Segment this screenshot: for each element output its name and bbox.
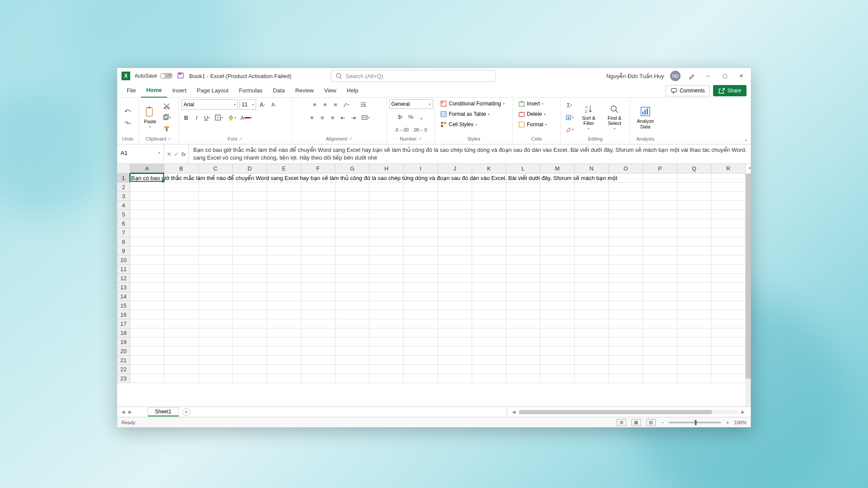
cell-R19[interactable] (711, 337, 746, 347)
increase-font-button[interactable]: A↑ (258, 99, 267, 110)
menu-view[interactable]: View (319, 84, 342, 98)
cell-O16[interactable] (609, 310, 643, 319)
cell-B2[interactable] (164, 183, 199, 192)
cell-C18[interactable] (199, 328, 233, 337)
cell-I16[interactable] (404, 310, 438, 319)
cell-C4[interactable] (199, 201, 233, 210)
cell-G2[interactable] (335, 183, 370, 192)
menu-home[interactable]: Home (141, 84, 167, 98)
cell-G4[interactable] (335, 201, 370, 210)
cell-I23[interactable] (404, 374, 438, 383)
cell-M9[interactable] (540, 246, 575, 255)
close-button[interactable]: ✕ (736, 71, 746, 81)
hscroll-left[interactable]: ◀ (510, 409, 517, 414)
cell-A8[interactable] (130, 237, 164, 246)
cell-B20[interactable] (164, 347, 199, 356)
cell-R4[interactable] (711, 201, 746, 210)
cell-F2[interactable] (301, 183, 335, 192)
row-header-7[interactable]: 7 (117, 228, 130, 237)
page-break-view-button[interactable]: ▤ (646, 419, 656, 426)
fx-label[interactable]: fx (181, 151, 186, 157)
cell-O7[interactable] (609, 228, 643, 237)
cell-B13[interactable] (164, 283, 199, 292)
cell-O8[interactable] (609, 237, 643, 246)
cell-J5[interactable] (438, 210, 472, 219)
cell-R8[interactable] (711, 237, 746, 246)
bold-button[interactable]: B (181, 112, 191, 123)
select-all-corner[interactable] (117, 164, 130, 174)
cell-M11[interactable] (540, 265, 575, 274)
fill-color-button[interactable]: ▾ (226, 112, 238, 123)
cell-F9[interactable] (301, 246, 335, 255)
cell-Q21[interactable] (677, 356, 712, 365)
cell-I17[interactable] (404, 319, 438, 328)
cell-E15[interactable] (267, 301, 301, 310)
align-center-button[interactable]: ≡ (318, 112, 327, 123)
cell-F7[interactable] (301, 228, 335, 237)
cell-P18[interactable] (643, 328, 677, 337)
cell-M2[interactable] (540, 183, 575, 192)
cell-O19[interactable] (609, 337, 643, 347)
clipboard-dialog-launcher[interactable]: ⤢ (168, 137, 171, 141)
cell-B17[interactable] (164, 319, 199, 328)
cell-J19[interactable] (438, 337, 472, 347)
cell-J15[interactable] (438, 301, 472, 310)
cell-D9[interactable] (233, 246, 267, 255)
font-size-select[interactable]: 11▾ (240, 99, 256, 110)
clear-button[interactable]: ▾ (563, 124, 575, 135)
formula-bar[interactable]: Bạn có bao giờ thắc mắc làm thế nào để c… (189, 144, 751, 164)
column-header-M[interactable]: M (540, 164, 575, 174)
cell-H5[interactable] (369, 210, 404, 219)
cell-Q16[interactable] (677, 310, 712, 319)
cell-A11[interactable] (130, 265, 164, 274)
cell-F12[interactable] (301, 274, 335, 283)
cell-P8[interactable] (643, 237, 677, 246)
cell-A18[interactable] (130, 328, 164, 337)
cell-E5[interactable] (267, 210, 301, 219)
cell-Q1[interactable] (677, 174, 712, 183)
add-sheet-button[interactable]: + (182, 408, 190, 416)
orientation-button[interactable]: ⤢▾ (341, 99, 351, 110)
row-header-3[interactable]: 3 (117, 192, 130, 201)
cell-E23[interactable] (267, 374, 301, 383)
cell-G20[interactable] (335, 347, 370, 356)
cell-Q5[interactable] (677, 210, 712, 219)
cell-M18[interactable] (540, 328, 575, 337)
cell-N9[interactable] (575, 246, 609, 255)
formula-expand-button[interactable]: ⌄ (743, 147, 747, 154)
cell-F21[interactable] (301, 356, 335, 365)
cell-I6[interactable] (404, 219, 438, 228)
cell-J22[interactable] (438, 365, 472, 374)
cell-C9[interactable] (199, 246, 233, 255)
cell-P15[interactable] (643, 301, 677, 310)
comma-format-button[interactable]: , (417, 111, 426, 122)
cell-K23[interactable] (472, 374, 506, 383)
cell-J9[interactable] (438, 246, 472, 255)
cell-Q19[interactable] (677, 337, 712, 347)
cell-D2[interactable] (233, 183, 267, 192)
cell-K16[interactable] (472, 310, 506, 319)
column-header-R[interactable]: R (711, 164, 746, 174)
cell-A3[interactable] (130, 192, 164, 201)
cell-A17[interactable] (130, 319, 164, 328)
cell-D17[interactable] (233, 319, 267, 328)
wrap-text-button[interactable] (358, 99, 368, 110)
horizontal-scroll-thumb[interactable] (519, 410, 712, 414)
cell-K7[interactable] (472, 228, 506, 237)
cell-Q12[interactable] (677, 274, 712, 283)
cell-G7[interactable] (335, 228, 370, 237)
cell-Q4[interactable] (677, 201, 712, 210)
cell-K4[interactable] (472, 201, 506, 210)
cell-D21[interactable] (233, 356, 267, 365)
cell-H4[interactable] (369, 201, 404, 210)
cell-A7[interactable] (130, 228, 164, 237)
cell-P12[interactable] (643, 274, 677, 283)
paste-button[interactable]: Paste ▾ (141, 104, 159, 131)
cell-P22[interactable] (643, 365, 677, 374)
cell-L14[interactable] (506, 292, 541, 301)
cell-J7[interactable] (438, 228, 472, 237)
cell-A16[interactable] (130, 310, 164, 319)
cell-M5[interactable] (540, 210, 575, 219)
font-color-button[interactable]: A ▾ (239, 112, 254, 123)
cell-C19[interactable] (199, 337, 233, 347)
